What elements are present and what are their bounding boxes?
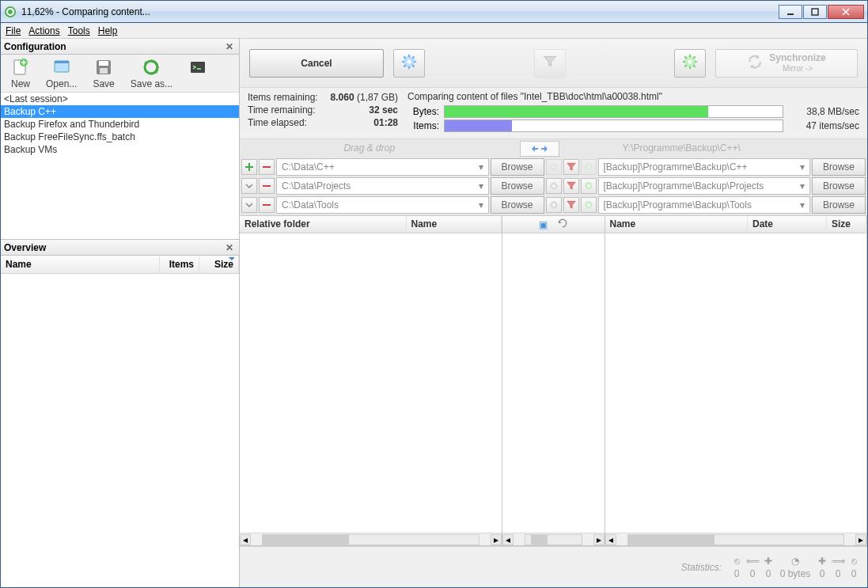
grid-right-body[interactable] bbox=[605, 233, 867, 533]
grid-right-scrollbar[interactable]: ◂▸ bbox=[605, 533, 867, 545]
browse-left-button[interactable]: Browse bbox=[491, 196, 544, 214]
sync-settings-button[interactable] bbox=[674, 49, 706, 78]
menu-help[interactable]: Help bbox=[98, 25, 118, 36]
add-pair-button[interactable] bbox=[241, 159, 257, 175]
compare-settings-button[interactable] bbox=[393, 49, 425, 78]
folder-pairs: Drag & drop Y:\Programme\Backup\C++\ C:\… bbox=[240, 139, 867, 216]
browse-right-button[interactable]: Browse bbox=[812, 196, 866, 214]
grid-left-body[interactable] bbox=[240, 233, 502, 533]
svg-point-12 bbox=[407, 60, 411, 64]
col-relative-folder[interactable]: Relative folder bbox=[240, 216, 407, 233]
sync-icon bbox=[747, 54, 763, 72]
col-size[interactable]: Size bbox=[827, 216, 866, 233]
svg-rect-1 bbox=[787, 13, 794, 15]
pair-sync-settings[interactable] bbox=[581, 159, 597, 175]
left-path-input[interactable]: C:\Data\Tools▾ bbox=[276, 196, 489, 214]
pair-row: C:\Data\Projects▾Browse[Backup]\Programm… bbox=[241, 177, 866, 195]
bytes-rate: 38,8 MB/sec bbox=[788, 106, 859, 117]
pair-filter-button[interactable] bbox=[563, 197, 579, 213]
menu-tools[interactable]: Tools bbox=[68, 25, 90, 36]
right-path-input[interactable]: [Backup]\Programme\Backup\C++▾ bbox=[598, 158, 811, 176]
stat-value: 0 bbox=[820, 568, 825, 579]
close-button[interactable] bbox=[828, 5, 864, 19]
pair-dropdown-button[interactable] bbox=[241, 178, 257, 194]
pair-compare-settings[interactable] bbox=[546, 178, 562, 194]
col-right-name[interactable]: Name bbox=[605, 216, 749, 233]
browse-right-button[interactable]: Browse bbox=[812, 158, 866, 176]
stat-value: 0 bbox=[766, 568, 771, 579]
minimize-button[interactable] bbox=[779, 5, 802, 19]
camera-icon[interactable]: ▣ bbox=[539, 219, 548, 230]
browse-left-button[interactable]: Browse bbox=[491, 158, 544, 176]
config-item[interactable]: <Last session> bbox=[1, 93, 239, 105]
col-left-name[interactable]: Name bbox=[407, 216, 502, 233]
swap-button[interactable] bbox=[520, 141, 559, 157]
refresh-icon[interactable] bbox=[557, 218, 568, 231]
batch-button[interactable] bbox=[181, 55, 214, 92]
pair-sync-settings[interactable] bbox=[581, 197, 597, 213]
browse-left-button[interactable]: Browse bbox=[491, 177, 544, 195]
right-pane: Cancel Synchronize Mirror -> bbox=[240, 39, 867, 587]
pair-dropdown-button[interactable] bbox=[241, 197, 257, 213]
config-item[interactable]: Backup VMs bbox=[1, 143, 239, 156]
left-pane: Configuration ✕ New Open... Save bbox=[1, 39, 240, 587]
remove-pair-button[interactable] bbox=[259, 197, 275, 213]
right-path-input[interactable]: [Backup]\Programme\Backup\Projects▾ bbox=[598, 177, 811, 195]
svg-rect-6 bbox=[55, 61, 69, 63]
pair-filter-button[interactable] bbox=[563, 159, 579, 175]
config-item[interactable]: Backup Firefox and Thunderbird bbox=[1, 118, 239, 131]
open-button[interactable]: Open... bbox=[39, 55, 84, 92]
pair-compare-settings[interactable] bbox=[546, 197, 562, 213]
items-remaining-label: Items remaining: bbox=[248, 92, 318, 103]
overview-col-name[interactable]: Name bbox=[1, 256, 160, 273]
configuration-header: Configuration ✕ bbox=[1, 39, 239, 55]
right-path-input[interactable]: [Backup]\Programme\Backup\Tools▾ bbox=[598, 196, 811, 214]
save-button[interactable]: Save bbox=[85, 55, 121, 92]
pair-sync-settings[interactable] bbox=[581, 178, 597, 194]
col-date[interactable]: Date bbox=[748, 216, 827, 233]
menu-actions[interactable]: Actions bbox=[28, 25, 59, 36]
grid-mid-scrollbar[interactable]: ◂▸ bbox=[502, 533, 605, 545]
config-toolbar: New Open... Save Save as... bbox=[1, 55, 239, 93]
svg-rect-9 bbox=[100, 68, 108, 74]
grid-left-scrollbar[interactable]: ◂▸ bbox=[240, 533, 502, 545]
app-window: 11,62% - Comparing content... File Actio… bbox=[0, 0, 868, 588]
left-path-input[interactable]: C:\Data\Projects▾ bbox=[276, 177, 489, 195]
stat-icon: ✚ bbox=[764, 556, 772, 567]
overview-close-icon[interactable]: ✕ bbox=[223, 241, 236, 254]
configuration-close-icon[interactable]: ✕ bbox=[223, 40, 236, 53]
svg-rect-10 bbox=[191, 62, 205, 73]
bytes-progressbar bbox=[444, 105, 783, 118]
config-item[interactable]: Backup C++ bbox=[1, 105, 239, 118]
config-list[interactable]: <Last session>Backup C++Backup Firefox a… bbox=[1, 93, 239, 240]
new-label: New bbox=[11, 78, 30, 89]
overview-col-items[interactable]: Items bbox=[160, 256, 199, 273]
window-title: 11,62% - Comparing content... bbox=[21, 6, 778, 17]
synchronize-button[interactable]: Synchronize Mirror -> bbox=[715, 49, 858, 78]
overview-col-size[interactable]: Size bbox=[199, 256, 239, 273]
cancel-button[interactable]: Cancel bbox=[249, 49, 384, 78]
pair-compare-settings[interactable] bbox=[546, 159, 562, 175]
items-label: Items: bbox=[407, 120, 439, 131]
maximize-button[interactable] bbox=[803, 5, 827, 19]
comparison-grid: Relative folder Name ◂▸ ▣ ◂▸ bbox=[240, 216, 867, 546]
new-button[interactable]: New bbox=[4, 55, 37, 92]
overview-columns: Name Items Size bbox=[1, 256, 239, 274]
filter-button[interactable] bbox=[534, 49, 566, 78]
grid-mid-body[interactable] bbox=[502, 233, 605, 533]
stat-cell: ✚0 bbox=[815, 556, 829, 579]
remove-pair-button[interactable] bbox=[259, 159, 275, 175]
stat-value: 0 bbox=[750, 568, 756, 579]
browse-right-button[interactable]: Browse bbox=[812, 177, 866, 195]
pair-row: C:\Data\C++▾Browse[Backup]\Programme\Bac… bbox=[241, 158, 866, 176]
config-item[interactable]: Backup FreeFileSync.ffs_batch bbox=[1, 131, 239, 143]
left-path-input[interactable]: C:\Data\C++▾ bbox=[276, 158, 489, 176]
grid-left: Relative folder Name ◂▸ bbox=[240, 216, 502, 545]
saveas-icon bbox=[142, 58, 161, 77]
pair-filter-button[interactable] bbox=[563, 178, 579, 194]
saveas-button[interactable]: Save as... bbox=[123, 55, 180, 92]
menu-file[interactable]: File bbox=[6, 25, 21, 36]
bytes-label: Bytes: bbox=[407, 106, 439, 117]
stat-cell: ◔0 bytes bbox=[777, 556, 813, 579]
remove-pair-button[interactable] bbox=[259, 178, 275, 194]
